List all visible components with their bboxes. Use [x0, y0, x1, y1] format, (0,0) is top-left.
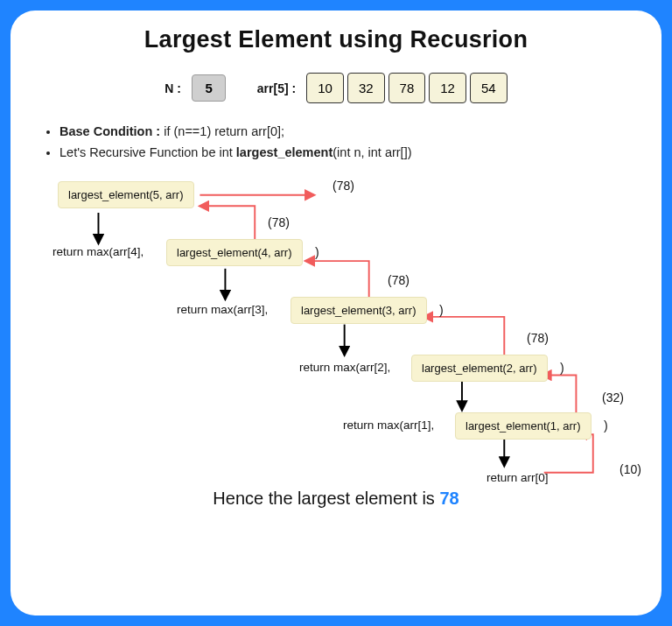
n-label: N : [164, 81, 181, 95]
diagram-card: Largest Element using Recusrion N : 5 ar… [10, 11, 662, 615]
call-box-5: largest_element(5, arr) [58, 181, 194, 208]
return-value-1: (10) [620, 462, 641, 476]
call-box-1: largest_element(1, arr) [455, 412, 592, 440]
call-box-4: largest_element(4, arr) [166, 239, 303, 266]
bullet-text: if (n==1) return arr[0]; [160, 124, 284, 138]
arr-group: arr[5] : 10 32 78 12 54 [257, 73, 508, 103]
close-paren: ) [439, 303, 444, 317]
page-title: Largest Element using Recusrion [35, 26, 637, 53]
bullet-label: Base Condition : [60, 124, 160, 138]
return-text-1: return max(arr[1], [343, 419, 434, 432]
return-value-4: (78) [388, 273, 410, 287]
result-value: 78 [439, 489, 458, 508]
return-text-2: return max(arr[2], [299, 361, 390, 374]
bullet-fn-name: largest_element [236, 145, 332, 159]
recursion-diagram: largest_element(5, arr) largest_element(… [35, 166, 637, 512]
n-value-box: 5 [192, 74, 225, 102]
arr-label: arr[5] : [257, 81, 296, 95]
return-text-0: return arr[0] [486, 471, 549, 484]
return-value-3: (78) [527, 331, 549, 345]
return-text-3: return max(arr[3], [177, 303, 268, 316]
call-box-3: largest_element(3, arr) [290, 297, 427, 324]
call-box-2: largest_element(2, arr) [411, 355, 548, 382]
bullet-recursive-fn: Let's Recursive Function be int largest_… [60, 145, 637, 159]
result-line: Hence the largest element is 78 [35, 489, 637, 509]
n-group: N : 5 [164, 74, 225, 102]
bullet-text: Let's Recursive Function be int [60, 145, 236, 159]
close-paren: ) [315, 245, 319, 259]
arr-cell-4: 54 [470, 73, 508, 103]
arr-cell-0: 10 [306, 73, 344, 103]
bullet-text: (int n, int arr[]) [332, 145, 411, 159]
arr-cell-2: 78 [388, 73, 426, 103]
close-paren: ) [604, 419, 608, 433]
result-text: Hence the largest element is [213, 489, 439, 508]
inputs-row: N : 5 arr[5] : 10 32 78 12 54 [35, 73, 637, 103]
close-paren: ) [560, 361, 564, 375]
arr-cell-1: 32 [347, 73, 385, 103]
bullet-list: Base Condition : if (n==1) return arr[0]… [60, 124, 637, 159]
return-value-2: (32) [602, 390, 624, 404]
return-value-5: (78) [268, 215, 290, 229]
return-value-top: (78) [332, 179, 354, 193]
arr-cell-3: 12 [429, 73, 466, 103]
return-text-4: return max(arr[4], [52, 245, 144, 258]
bullet-base-condition: Base Condition : if (n==1) return arr[0]… [60, 124, 637, 138]
